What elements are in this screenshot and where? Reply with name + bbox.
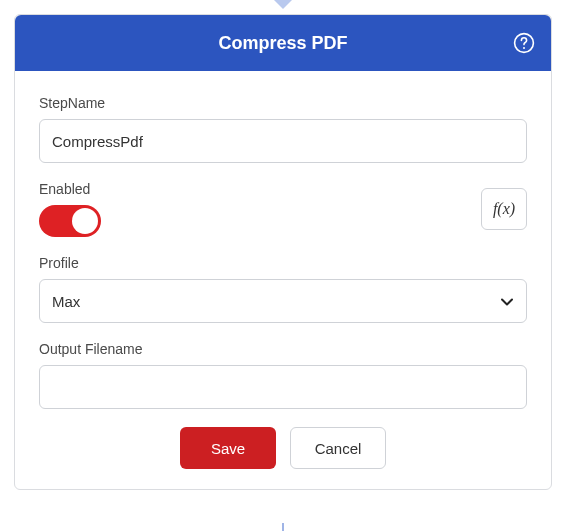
save-button[interactable]: Save (180, 427, 276, 469)
enabled-toggle[interactable] (39, 205, 101, 237)
connector-bottom-line (282, 523, 284, 531)
profile-label: Profile (39, 255, 527, 271)
enabled-left: Enabled (39, 181, 101, 237)
profile-field: Profile Max (39, 255, 527, 323)
connector-top-arrow (274, 0, 292, 9)
stepname-label: StepName (39, 95, 527, 111)
output-filename-input[interactable] (39, 365, 527, 409)
card-body: StepName Enabled f(x) Profile Max (15, 71, 551, 489)
output-filename-label: Output Filename (39, 341, 527, 357)
card-header: Compress PDF (15, 15, 551, 71)
profile-select[interactable]: Max (39, 279, 527, 323)
actions-row: Save Cancel (39, 427, 527, 469)
card-title: Compress PDF (218, 33, 347, 54)
enabled-row: Enabled f(x) (39, 181, 527, 237)
enabled-label: Enabled (39, 181, 101, 197)
svg-point-1 (523, 47, 525, 49)
stepname-input[interactable] (39, 119, 527, 163)
compress-pdf-card: Compress PDF StepName Enabled f(x) Pro (14, 14, 552, 490)
output-filename-field: Output Filename (39, 341, 527, 409)
help-icon[interactable] (513, 32, 535, 54)
stepname-field: StepName (39, 95, 527, 163)
toggle-knob (72, 208, 98, 234)
cancel-button[interactable]: Cancel (290, 427, 386, 469)
profile-select-wrap: Max (39, 279, 527, 323)
fx-button[interactable]: f(x) (481, 188, 527, 230)
